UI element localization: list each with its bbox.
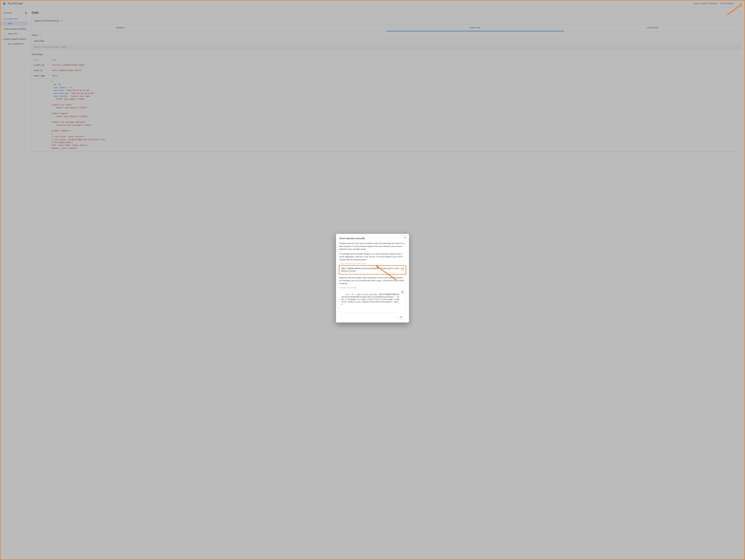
copy-curl-button[interactable] xyxy=(400,290,405,294)
header-field-label: X-Gtm-Server-Preview HTTP header xyxy=(339,263,406,265)
copy-header-button[interactable] xyxy=(400,267,405,271)
close-button[interactable] xyxy=(403,236,407,240)
modal-paragraph-3: Requests with this header value will app… xyxy=(339,276,406,285)
modal-title: Send requests manually xyxy=(339,237,406,240)
ok-button[interactable]: OK xyxy=(396,315,406,320)
modal-paragraph-1: Preview mode for your server container w… xyxy=(339,242,406,251)
curl-command: curl -H 'x-gtm-server-preview: ZW52LTV8M… xyxy=(339,289,406,312)
curl-field-label: Example curl command xyxy=(339,287,406,289)
modal-paragraph-2: To manually send a preview request, or t… xyxy=(339,253,406,261)
send-requests-modal: Send requests manually Preview mode for … xyxy=(336,234,409,323)
preview-header-value: ZW52LTV8MHN5YWRSOGxnWldFbVprMFNaRV9PZ3wx… xyxy=(339,266,406,274)
